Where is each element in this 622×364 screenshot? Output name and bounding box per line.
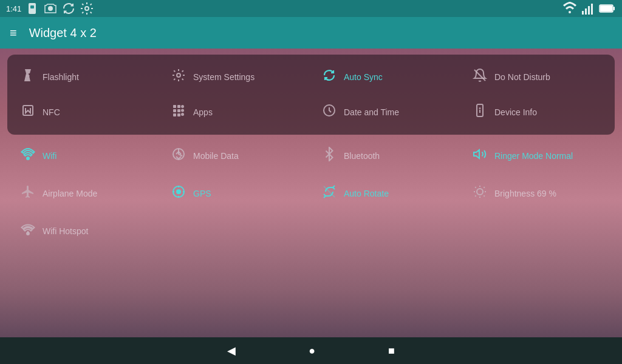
toolbar-title: Widget 4 x 2 xyxy=(29,26,97,40)
apps-label: Apps xyxy=(193,107,213,117)
nav-bar: ◀ ● ■ xyxy=(0,337,622,364)
panel-item-nfc[interactable]: NFC xyxy=(10,95,160,130)
svg-line-44 xyxy=(475,187,476,187)
svg-rect-18 xyxy=(173,109,176,112)
svg-point-35 xyxy=(177,190,180,194)
free-row-3: Wifi Hotspot xyxy=(7,215,615,248)
svg-rect-7 xyxy=(588,6,590,15)
auto-sync-icon xyxy=(321,68,338,86)
free-item-ringer-mode[interactable]: Ringer Mode Normal xyxy=(462,140,612,172)
ringer-mode-label: Ringer Mode Normal xyxy=(494,151,573,161)
brightness-icon xyxy=(471,184,488,203)
svg-rect-10 xyxy=(613,7,615,10)
panel-item-do-not-disturb[interactable]: Do Not Disturb xyxy=(462,59,612,95)
device-info-label: Device Info xyxy=(494,107,537,117)
svg-rect-8 xyxy=(591,4,593,15)
svg-rect-15 xyxy=(173,105,176,108)
wifi-icon xyxy=(19,147,36,165)
free-item-gps[interactable]: GPS xyxy=(160,177,311,210)
status-time: 1:41 xyxy=(6,4,21,13)
svg-point-30 xyxy=(480,108,480,109)
svg-rect-19 xyxy=(177,109,180,112)
panel-item-auto-sync[interactable]: Auto Sync xyxy=(311,59,462,95)
panel-item-flashlight[interactable]: Flashlight xyxy=(10,59,160,95)
auto-sync-label: Auto Sync xyxy=(344,72,383,82)
ringer-mode-icon xyxy=(471,147,488,165)
svg-point-41 xyxy=(477,189,483,195)
back-button[interactable]: ◀ xyxy=(227,344,236,357)
device-info-icon xyxy=(471,103,488,121)
system-settings-label: System Settings xyxy=(193,72,255,82)
date-time-icon xyxy=(321,103,338,121)
auto-rotate-label: Auto Rotate xyxy=(344,189,389,198)
svg-point-25 xyxy=(181,109,184,112)
home-button[interactable]: ● xyxy=(309,345,315,357)
panel: Flashlight System Settings Auto Sync Do … xyxy=(7,55,615,135)
svg-line-45 xyxy=(484,195,484,196)
svg-marker-33 xyxy=(474,150,479,158)
svg-line-48 xyxy=(475,195,476,196)
flashlight-label: Flashlight xyxy=(43,72,79,82)
airplane-mode-label: Airplane Mode xyxy=(43,189,97,198)
wifi-status-icon xyxy=(562,1,577,16)
free-row-1: Wifi Mobile Data Bluetooth Ringer Mode N… xyxy=(7,140,615,172)
svg-rect-22 xyxy=(177,113,180,116)
panel-item-apps[interactable]: Apps xyxy=(160,95,311,130)
system-settings-icon xyxy=(170,68,187,86)
svg-point-3 xyxy=(85,7,89,10)
flashlight-icon xyxy=(19,68,36,86)
bluetooth-label: Bluetooth xyxy=(344,151,380,161)
svg-rect-16 xyxy=(177,105,180,108)
panel-item-device-info[interactable]: Device Info xyxy=(462,95,612,130)
free-item-empty1 xyxy=(160,215,311,248)
svg-point-31 xyxy=(27,157,29,160)
sync-status-icon xyxy=(61,1,76,16)
svg-rect-1 xyxy=(30,5,34,8)
svg-point-4 xyxy=(569,11,571,13)
nfc-icon xyxy=(19,103,36,121)
free-item-empty3 xyxy=(462,215,612,248)
mobile-data-label: Mobile Data xyxy=(193,151,239,161)
svg-point-26 xyxy=(181,113,184,116)
wifi-label: Wifi xyxy=(43,151,56,161)
signal-icon xyxy=(581,1,595,16)
do-not-disturb-icon xyxy=(471,68,488,86)
free-item-auto-rotate[interactable]: Auto Rotate xyxy=(311,177,462,210)
sim-icon xyxy=(25,1,39,16)
toolbar: ≡ Widget 4 x 2 xyxy=(0,17,622,49)
battery-icon xyxy=(599,4,616,13)
panel-item-system-settings[interactable]: System Settings xyxy=(160,59,311,95)
do-not-disturb-label: Do Not Disturb xyxy=(494,72,550,82)
recents-button[interactable]: ■ xyxy=(388,345,395,357)
svg-rect-21 xyxy=(173,113,176,116)
free-row-2: Airplane Mode GPS Auto Rotate Brightness… xyxy=(7,177,615,210)
free-item-airplane-mode[interactable]: Airplane Mode xyxy=(10,177,160,210)
free-item-wifi-hotspot[interactable]: Wifi Hotspot xyxy=(10,215,160,248)
panel-item-date-time[interactable]: Date and Time xyxy=(311,95,462,130)
free-item-mobile-data[interactable]: Mobile Data xyxy=(160,140,311,172)
free-item-brightness[interactable]: Brightness 69 % xyxy=(462,177,612,210)
svg-point-2 xyxy=(48,6,53,11)
svg-rect-6 xyxy=(585,8,587,15)
svg-rect-5 xyxy=(582,11,584,15)
mobile-data-icon xyxy=(170,147,187,165)
settings-status-icon xyxy=(80,1,94,16)
wifi-hotspot-icon xyxy=(19,222,36,240)
gps-label: GPS xyxy=(193,189,211,198)
airplane-mode-icon xyxy=(19,184,36,203)
status-right xyxy=(562,1,616,16)
main-content: Flashlight System Settings Auto Sync Do … xyxy=(0,49,622,337)
auto-rotate-icon xyxy=(321,184,338,203)
svg-point-12 xyxy=(177,73,180,77)
gps-icon xyxy=(170,184,187,203)
status-bar: 1:41 xyxy=(0,0,622,17)
free-item-bluetooth[interactable]: Bluetooth xyxy=(311,140,462,172)
free-item-wifi[interactable]: Wifi xyxy=(10,140,160,172)
svg-rect-11 xyxy=(600,5,612,12)
menu-button[interactable]: ≡ xyxy=(10,26,17,40)
brightness-label: Brightness 69 % xyxy=(494,189,556,198)
wifi-hotspot-label: Wifi Hotspot xyxy=(43,226,88,236)
svg-point-24 xyxy=(181,105,184,108)
photo-icon xyxy=(43,1,58,16)
bluetooth-icon xyxy=(321,147,338,165)
